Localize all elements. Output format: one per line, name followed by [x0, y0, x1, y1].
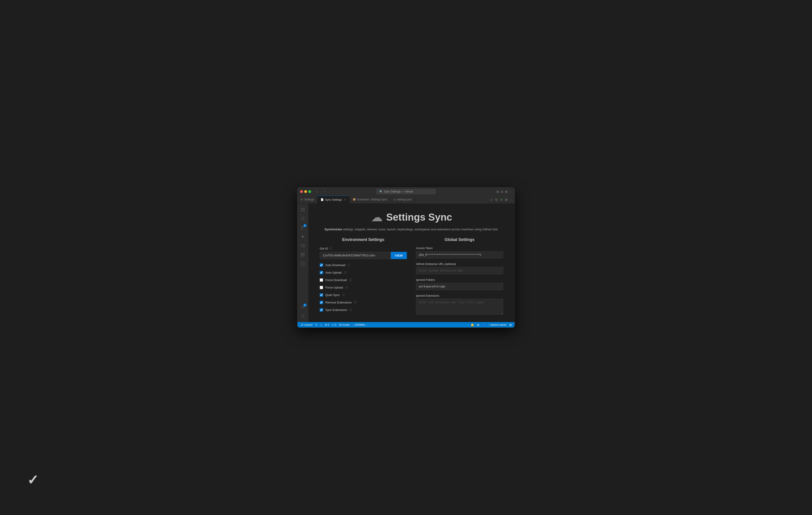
titlebar-nav: ← →: [315, 189, 327, 194]
forward-button[interactable]: →: [322, 189, 327, 194]
layout-toggle-icon[interactable]: ⊞: [509, 323, 512, 327]
maximize-window-button[interactable]: [308, 190, 311, 193]
statusbar-warnings[interactable]: ⚠ 0: [332, 324, 336, 326]
titlebar: ← → 🔍 Sync Settings — mbook ⊞ ⊟ ⊠ ···: [297, 187, 515, 196]
bell-icon[interactable]: 🔔: [470, 323, 474, 327]
quiet-sync-label: Quiet Sync: [325, 293, 340, 297]
statusbar-sync[interactable]: ↻: [315, 324, 317, 326]
force-download-label: Force Download: [325, 278, 347, 282]
force-download-info-icon[interactable]: ⓘ: [349, 278, 352, 282]
app-window: ← → 🔍 Sync Settings — mbook ⊞ ⊟ ⊠ ··· ⚙ …: [297, 187, 515, 328]
svg-rect-1: [303, 208, 305, 209]
force-download-checkbox-item: Force Download ⓘ: [320, 278, 407, 282]
gist-id-input-row: VIEW: [320, 252, 407, 259]
tab-sync-settings[interactable]: 📄 Sync Settings ✕: [317, 196, 349, 203]
sync-status-icon[interactable]: ⊙: [500, 198, 503, 201]
warnings-label: ⚠ 0: [332, 324, 336, 326]
tab-extension-settings-sync[interactable]: 📦 Extension: Settings Sync: [350, 196, 391, 203]
run-icon[interactable]: ▷: [491, 198, 493, 201]
auto-download-checkbox-item: Auto Download ⓘ: [320, 263, 407, 267]
activity-settings-gear[interactable]: [299, 312, 307, 320]
github-enterprise-field: GitHub Enterprise URL (optional): [416, 263, 503, 274]
tab-settings-json-label: settings.json: [397, 198, 412, 201]
force-upload-info-icon[interactable]: ⓘ: [345, 285, 348, 290]
activity-search[interactable]: [299, 214, 307, 223]
sync-settings-tab-icon: 📄: [321, 198, 324, 201]
github-enterprise-input[interactable]: [416, 267, 503, 274]
remote-account-icon[interactable]: 👤: [482, 323, 486, 327]
svg-rect-3: [303, 210, 305, 211]
activity-docker[interactable]: [299, 260, 307, 268]
page-title: Settings Sync: [386, 212, 452, 223]
zoom-icon[interactable]: ⊕: [477, 323, 480, 327]
layout-icon[interactable]: ⊠: [505, 190, 508, 193]
main-layout: 1 1: [297, 204, 515, 322]
sync-extensions-checkbox-item: Sync Extensions ⓘ: [320, 308, 407, 312]
force-download-checkbox[interactable]: [320, 278, 323, 282]
svg-rect-0: [301, 208, 303, 209]
more-actions-icon[interactable]: ···: [509, 190, 512, 193]
gist-id-info-icon[interactable]: ⓘ: [329, 247, 332, 250]
global-settings-col: Global Settings Access Token GitHub Ente…: [416, 237, 503, 320]
tab-close-icon[interactable]: ✕: [344, 198, 346, 201]
close-window-button[interactable]: [300, 190, 303, 193]
more-options-icon[interactable]: ···: [510, 198, 512, 201]
quiet-sync-checkbox[interactable]: [320, 293, 323, 297]
auto-download-info-icon[interactable]: ⓘ: [348, 263, 350, 267]
editor-mode-label: -- NORMAL --: [352, 324, 368, 326]
split-editor-icon[interactable]: ⊞: [496, 190, 499, 193]
sidebar-layout-icon[interactable]: ⊞: [505, 198, 508, 201]
tabnine-label[interactable]: ○ tabnine starter: [489, 324, 506, 326]
view-button[interactable]: VIEW: [391, 252, 407, 259]
tab-settings-label: Settings: [304, 198, 314, 201]
statusbar-fetch[interactable]: ⤓: [320, 324, 322, 326]
svg-line-5: [304, 219, 305, 220]
git-graph-label: Git Graph: [339, 324, 350, 326]
activity-bar: 1 1: [297, 204, 308, 322]
tab-settings[interactable]: ⚙ Settings: [297, 196, 317, 203]
remove-extensions-checkbox[interactable]: [320, 301, 323, 304]
activity-extensions[interactable]: [299, 251, 307, 259]
ignored-folders-label: Ignored Folders: [416, 278, 503, 281]
settings-columns: Environment Settings Gist ID ⓘ VIEW: [320, 237, 503, 320]
titlebar-search-bar[interactable]: 🔍 Sync Settings — mbook: [377, 189, 435, 194]
activity-accounts[interactable]: 1: [299, 303, 307, 311]
sync-extensions-checkbox[interactable]: [320, 308, 323, 312]
auto-upload-info-icon[interactable]: ⓘ: [344, 271, 347, 274]
auto-download-checkbox[interactable]: [320, 263, 323, 267]
activity-remote[interactable]: [299, 242, 307, 250]
force-upload-checkbox[interactable]: [320, 286, 323, 289]
activity-explorer[interactable]: [299, 205, 307, 214]
sync-extensions-info-icon[interactable]: ⓘ: [349, 308, 352, 312]
gist-id-input[interactable]: [320, 252, 391, 259]
tab-settings-json[interactable]: {} settings.json: [390, 196, 415, 203]
svg-rect-11: [301, 253, 303, 255]
ignored-extensions-textarea[interactable]: [416, 299, 503, 314]
titlebar-search-text: Sync Settings — mbook: [384, 190, 413, 193]
source-control-badge: 1: [303, 224, 307, 227]
activity-source-control[interactable]: 1: [299, 223, 307, 232]
access-token-input[interactable]: [416, 251, 503, 259]
auto-upload-checkbox[interactable]: [320, 271, 323, 274]
minimize-window-button[interactable]: [304, 190, 307, 193]
env-col-title: Environment Settings: [320, 237, 407, 242]
branch-name: marslo*: [304, 324, 313, 326]
statusbar-errors[interactable]: ⊗ 0: [325, 324, 329, 326]
back-button[interactable]: ←: [315, 189, 320, 194]
ignored-folders-input[interactable]: [416, 283, 503, 290]
toggle-sidebar-icon[interactable]: ⊟: [501, 190, 503, 193]
subtitle-bold: Synchronize: [324, 228, 342, 231]
remove-extensions-info-icon[interactable]: ⓘ: [354, 301, 357, 304]
auto-upload-label: Auto Upload: [325, 271, 342, 274]
statusbar-git-graph[interactable]: Git Graph: [339, 324, 350, 326]
split-right-icon[interactable]: ⊟: [495, 198, 498, 201]
quiet-sync-info-icon[interactable]: ⓘ: [342, 293, 345, 297]
activity-run[interactable]: [299, 233, 307, 241]
svg-marker-9: [302, 235, 304, 239]
titlebar-actions: ⊞ ⊟ ⊠ ···: [496, 190, 512, 193]
statusbar-branch[interactable]: ⎇ marslo*: [300, 323, 313, 326]
auto-upload-checkbox-item: Auto Upload ⓘ: [320, 271, 407, 274]
subtitle: Synchronize settings, snippets, themes, …: [320, 228, 503, 231]
git-branch-icon: ⎇: [300, 323, 303, 326]
statusbar-mode: -- NORMAL --: [352, 324, 368, 326]
